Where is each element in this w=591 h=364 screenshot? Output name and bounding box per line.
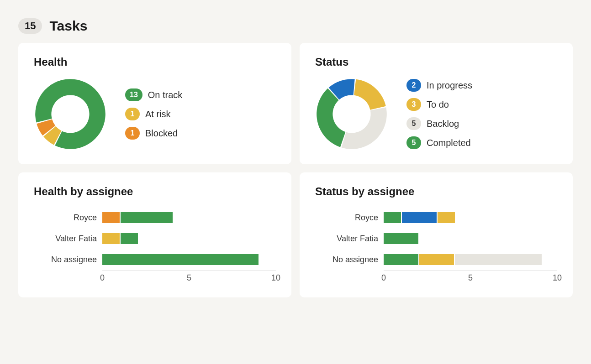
legend-item[interactable]: 5Backlog (406, 117, 472, 130)
bar-row: No assignee (34, 249, 276, 270)
bar-row-label: Royce (315, 213, 384, 223)
bar-row: No assignee (315, 249, 557, 270)
bar-row-label: Valter Fatia (315, 234, 384, 244)
bar-track (102, 212, 276, 223)
card-status-by-assignee-title: Status by assignee (315, 185, 557, 198)
bar-row: Royce (34, 207, 276, 228)
bar-segment[interactable] (102, 212, 120, 223)
card-health-by-assignee: Health by assignee RoyceValter FatiaNo a… (18, 172, 291, 297)
health-legend: 13On track1At risk1Blocked (125, 88, 182, 140)
bar-axis-tick: 5 (187, 273, 191, 283)
bar-axis: 0510 (384, 270, 557, 284)
legend-item[interactable]: 1Blocked (125, 127, 182, 140)
status-donut-chart (315, 78, 388, 151)
legend-badge: 3 (406, 98, 421, 111)
legend-badge: 13 (125, 88, 142, 101)
legend-item[interactable]: 5Completed (406, 136, 472, 149)
page-title: Tasks (49, 18, 87, 34)
legend-label: Completed (427, 138, 471, 148)
bar-axis-tick: 10 (553, 273, 562, 283)
card-health: Health 13On track1At risk1Blocked (18, 43, 291, 164)
status-legend: 2In progress3To do5Backlog5Completed (406, 79, 472, 149)
bar-track (384, 254, 557, 265)
legend-label: At risk (145, 109, 171, 120)
card-health-by-assignee-title: Health by assignee (34, 185, 276, 198)
status-by-assignee-chart: RoyceValter FatiaNo assignee0510 (315, 207, 557, 284)
card-health-title: Health (34, 56, 276, 68)
bar-segment[interactable] (384, 233, 418, 244)
legend-badge: 2 (406, 79, 421, 92)
bar-segment[interactable] (102, 233, 120, 244)
bar-row-label: Valter Fatia (34, 234, 102, 244)
legend-badge: 1 (125, 108, 140, 120)
legend-badge: 5 (406, 117, 421, 130)
bar-segment[interactable] (121, 212, 173, 223)
bar-axis-tick: 0 (381, 273, 386, 283)
bar-segment[interactable] (384, 254, 418, 265)
bar-segment[interactable] (402, 212, 437, 223)
bar-row-label: No assignee (315, 255, 384, 265)
health-donut-chart (34, 78, 107, 151)
bar-track (102, 254, 276, 265)
bar-segment[interactable] (438, 212, 455, 223)
legend-item[interactable]: 3To do (406, 98, 472, 111)
card-status: Status 2In progress3To do5Backlog5Comple… (300, 43, 573, 164)
bar-axis-tick: 10 (271, 273, 280, 283)
bar-row: Valter Fatia (34, 228, 276, 249)
bar-row-label: No assignee (34, 255, 102, 265)
legend-badge: 5 (406, 136, 421, 149)
legend-item[interactable]: 2In progress (406, 79, 472, 92)
bar-axis-tick: 5 (468, 273, 473, 283)
bar-track (384, 233, 557, 244)
bar-segment[interactable] (455, 254, 542, 265)
donut-slice[interactable] (342, 107, 387, 149)
legend-label: Blocked (145, 128, 178, 139)
card-status-by-assignee: Status by assignee RoyceValter FatiaNo a… (300, 172, 573, 297)
legend-label: Backlog (427, 119, 459, 129)
bar-row: Royce (315, 207, 557, 228)
donut-slice[interactable] (354, 79, 386, 110)
bar-segment[interactable] (121, 233, 138, 244)
legend-label: To do (427, 99, 449, 110)
legend-item[interactable]: 1At risk (125, 108, 182, 120)
card-status-title: Status (315, 56, 557, 68)
bar-row: Valter Fatia (315, 228, 557, 249)
bar-row-label: Royce (34, 213, 102, 223)
legend-label: On track (148, 90, 183, 100)
legend-label: In progress (427, 80, 472, 91)
legend-item[interactable]: 13On track (125, 88, 182, 101)
bar-segment[interactable] (419, 254, 454, 265)
dashboard-grid: Health 13On track1At risk1Blocked Status… (18, 43, 573, 297)
bar-track (102, 233, 276, 244)
tasks-count-badge: 15 (18, 18, 42, 34)
page-header: 15 Tasks (18, 18, 573, 34)
bar-segment[interactable] (102, 254, 259, 265)
bar-axis: 0510 (102, 270, 276, 284)
bar-track (384, 212, 557, 223)
legend-badge: 1 (125, 127, 140, 140)
bar-axis-tick: 0 (100, 273, 105, 283)
bar-segment[interactable] (384, 212, 401, 223)
health-by-assignee-chart: RoyceValter FatiaNo assignee0510 (34, 207, 276, 284)
